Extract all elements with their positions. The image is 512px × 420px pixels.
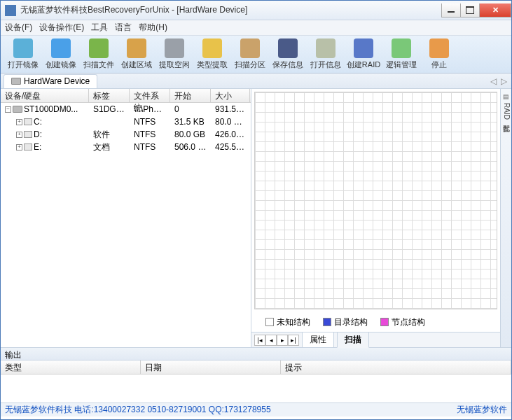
toolbar: 打开镜像创建镜像扫描文件创建区域提取空闲类型提取扫描分区保存信息打开信息创建RA… xyxy=(1,36,511,74)
tree-row-partition[interactable]: +E:文档NTFS506.0 GB425.5 GB xyxy=(1,141,251,153)
toolbar-创建区域[interactable]: 创建区域 xyxy=(118,37,155,72)
col-size[interactable]: 大小 xyxy=(211,89,250,102)
col-label[interactable]: 标签 xyxy=(89,89,130,102)
menu-tools[interactable]: 工具 xyxy=(91,22,108,34)
device-icon xyxy=(11,78,21,85)
maximize-button[interactable] xyxy=(460,4,480,18)
toolbar-扫描文件[interactable]: 扫描文件 xyxy=(81,37,117,72)
main-split: 设备/硬盘 标签 文件系统 开始 大小 − ST1000DM0... S1DGD… xyxy=(1,89,511,348)
toolbar-保存信息[interactable]: 保存信息 xyxy=(270,37,306,72)
menu-device[interactable]: 设备(F) xyxy=(5,22,32,34)
nav-last[interactable]: ▸| xyxy=(288,335,299,346)
disk-start: 0 xyxy=(170,104,211,114)
tab-nav-next[interactable]: ▷ xyxy=(499,76,508,86)
device-tree-pane: 设备/硬盘 标签 文件系统 开始 大小 − ST1000DM0... S1DGD… xyxy=(1,89,251,347)
col-device[interactable]: 设备/硬盘 xyxy=(1,89,89,102)
close-button[interactable] xyxy=(479,4,511,18)
drive-icon xyxy=(24,131,32,138)
toolbar-label: 打开信息 xyxy=(310,59,341,70)
tree-row-disk[interactable]: − ST1000DM0... S1DGDK... \\.\Physi... 0 … xyxy=(1,103,251,115)
partition-name: E: xyxy=(34,142,41,152)
toolbar-label: 保存信息 xyxy=(272,59,303,70)
swatch-unknown xyxy=(265,318,274,326)
col-start[interactable]: 开始 xyxy=(170,89,211,102)
menu-language[interactable]: 语言 xyxy=(115,22,132,34)
tab-nav-arrows: ◁ ▷ xyxy=(489,76,511,86)
disk-name: ST1000DM0... xyxy=(24,104,78,114)
output-body[interactable] xyxy=(1,374,511,402)
tab-properties[interactable]: 属性 xyxy=(302,332,334,348)
disk-icon xyxy=(13,106,22,113)
tab-hardware-device[interactable]: HardWare Device xyxy=(4,74,97,88)
toolbar-label: 扫描文件 xyxy=(83,59,114,70)
output-header: 输出 xyxy=(1,348,511,360)
partition-fs: NTFS xyxy=(130,130,170,139)
output-col-msg[interactable]: 提示 xyxy=(281,360,511,374)
legend-unknown: 未知结构 xyxy=(277,317,310,327)
toolbar-类型提取[interactable]: 类型提取 xyxy=(194,37,230,72)
tree-row-partition[interactable]: +C:NTFS31.5 KB80.0 GB xyxy=(1,115,251,128)
side-panel-pin-icon[interactable]: ▤ xyxy=(503,93,509,100)
toolbar-label: 提取空闲 xyxy=(159,59,190,70)
partition-name: D: xyxy=(34,130,42,139)
side-panel[interactable]: ▤ RAID配置 xyxy=(500,89,511,347)
legend: 未知结构 目录结构 节点结构 xyxy=(251,312,500,332)
nav-prev[interactable]: ◂ xyxy=(265,335,277,346)
partition-name: C: xyxy=(34,117,42,127)
toolbar-label: 逻辑管理 xyxy=(386,59,417,70)
partition-label: 文档 xyxy=(89,141,130,153)
toolbar-打开信息[interactable]: 打开信息 xyxy=(307,37,344,72)
toolbar-扫描分区[interactable]: 扫描分区 xyxy=(232,37,268,72)
tab-scan[interactable]: 扫描 xyxy=(337,332,369,348)
toolbar-打开镜像[interactable]: 打开镜像 xyxy=(5,37,41,72)
toolbar-icon xyxy=(392,38,411,58)
tab-nav-prev[interactable]: ◁ xyxy=(489,76,498,86)
partition-start: 506.0 GB xyxy=(170,142,211,152)
col-filesystem[interactable]: 文件系统 xyxy=(130,89,170,102)
tree-row-partition[interactable]: +D:软件NTFS80.0 GB426.0 GB xyxy=(1,128,251,141)
sector-map-pane: 未知结构 目录结构 节点结构 |◂ ◂ ▸ ▸| 属性 扫描 xyxy=(251,89,500,347)
tab-label: HardWare Device xyxy=(24,76,90,86)
menu-help[interactable]: 帮助(H) xyxy=(139,22,167,34)
toolbar-停止[interactable]: 停止 xyxy=(421,37,457,72)
output-col-date[interactable]: 日期 xyxy=(141,360,281,374)
toolbar-icon xyxy=(127,38,146,58)
disk-fs: \\.\Physi... xyxy=(130,104,170,114)
legend-node: 节点结构 xyxy=(392,317,425,327)
toolbar-label: 类型提取 xyxy=(197,59,228,70)
menu-bar: 设备(F) 设备操作(E) 工具 语言 帮助(H) xyxy=(1,20,511,36)
partition-start: 80.0 GB xyxy=(170,130,211,139)
toolbar-icon xyxy=(354,38,373,58)
toolbar-label: 创建RAID xyxy=(347,59,380,70)
sector-map[interactable] xyxy=(254,92,497,309)
side-panel-label: RAID配置 xyxy=(501,103,511,120)
toolbar-创建镜像[interactable]: 创建镜像 xyxy=(43,37,79,72)
disk-size: 931.5 GB xyxy=(211,104,250,114)
toolbar-icon xyxy=(278,38,298,58)
drive-icon xyxy=(24,144,32,150)
tree-body[interactable]: − ST1000DM0... S1DGDK... \\.\Physi... 0 … xyxy=(1,103,251,347)
right-footer: |◂ ◂ ▸ ▸| 属性 扫描 xyxy=(251,332,500,347)
nav-first[interactable]: |◂ xyxy=(254,335,265,346)
toolbar-icon xyxy=(202,38,222,58)
expander-icon[interactable]: + xyxy=(16,144,22,150)
toolbar-创建RAID[interactable]: 创建RAID xyxy=(345,37,382,72)
expander-icon[interactable]: + xyxy=(16,119,22,125)
expander-icon[interactable]: + xyxy=(16,132,22,138)
toolbar-icon xyxy=(51,38,71,58)
menu-device-ops[interactable]: 设备操作(E) xyxy=(39,22,84,34)
nav-next[interactable]: ▸ xyxy=(277,335,288,346)
toolbar-逻辑管理[interactable]: 逻辑管理 xyxy=(383,37,420,72)
toolbar-label: 停止 xyxy=(431,59,447,70)
output-col-type[interactable]: 类型 xyxy=(1,360,141,374)
tab-strip: HardWare Device ◁ ▷ xyxy=(1,74,511,89)
status-left-link[interactable]: 无锡蓝梦软件科技 电话:13400027332 0510-82719001 QQ… xyxy=(5,404,271,416)
minimize-button[interactable] xyxy=(441,4,461,18)
expander-icon[interactable]: − xyxy=(5,106,11,113)
partition-fs: NTFS xyxy=(130,142,170,152)
status-right-link[interactable]: 无锡蓝梦软件 xyxy=(457,404,507,416)
toolbar-提取空闲[interactable]: 提取空闲 xyxy=(156,37,193,72)
status-bar: 无锡蓝梦软件科技 电话:13400027332 0510-82719001 QQ… xyxy=(1,402,511,416)
toolbar-label: 打开镜像 xyxy=(8,59,39,70)
drive-icon xyxy=(24,118,32,125)
